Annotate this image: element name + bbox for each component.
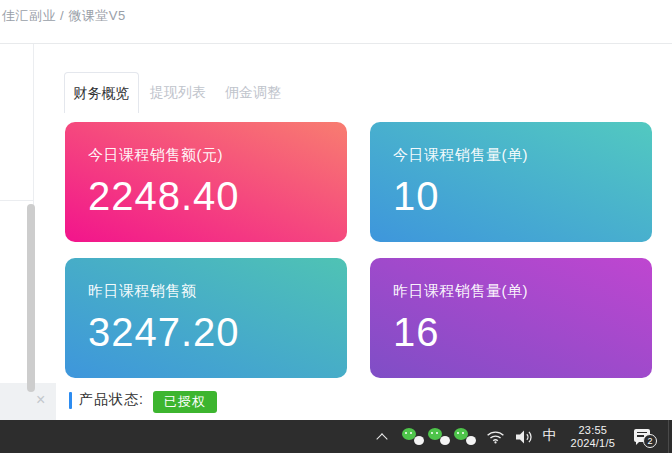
wechat-icon[interactable]: [454, 428, 477, 445]
tab-withdraw-list[interactable]: 提现列表: [150, 72, 206, 113]
status-badge: 已授权: [153, 391, 217, 413]
status-accent-bar: [69, 392, 72, 409]
chevron-up-icon[interactable]: [376, 433, 387, 444]
stat-card-value: 3247.20: [88, 310, 347, 355]
wechat-small-bubble-icon: [414, 436, 424, 445]
taskbar-date: 2024/1/5: [571, 437, 615, 450]
stat-card-label: 昨日课程销售额: [88, 282, 347, 301]
wechat-icon[interactable]: [428, 428, 451, 445]
wechat-small-bubble-icon: [466, 436, 476, 445]
header-divider: [0, 43, 672, 44]
stat-card-value: 2248.40: [88, 174, 347, 219]
stat-card-label: 今日课程销售额(元): [88, 146, 347, 165]
stat-card-label: 昨日课程销售量(单): [393, 282, 652, 301]
notification-bubble-tail: [636, 441, 640, 445]
show-desktop-separator[interactable]: [668, 420, 669, 453]
stat-card-yesterday-sales-count: 昨日课程销售量(单) 16: [370, 258, 652, 378]
stat-card-label: 今日课程销售量(单): [393, 146, 652, 165]
ime-indicator[interactable]: 中: [543, 427, 557, 445]
product-status-label: 产品状态:: [79, 391, 144, 409]
breadcrumb: 佳汇副业 / 微课堂V5: [2, 7, 126, 25]
stat-card-value: 16: [393, 310, 652, 355]
taskbar-clock[interactable]: 23:55 2024/1/5: [571, 424, 615, 450]
close-icon[interactable]: ×: [36, 391, 45, 409]
wechat-small-bubble-icon: [440, 436, 450, 445]
stat-card-today-sales-count: 今日课程销售量(单) 10: [370, 122, 652, 242]
tab-finance-overview[interactable]: 财务概览: [64, 72, 139, 113]
wifi-icon[interactable]: [486, 429, 505, 444]
notification-center-icon[interactable]: 2: [634, 429, 654, 445]
stat-card-value: 10: [393, 174, 652, 219]
scrollbar-thumb[interactable]: [27, 204, 35, 392]
dashboard-screen: 佳汇副业 / 微课堂V5 × 财务概览 提现列表 佣金调整 今日课程销售额(元)…: [0, 0, 672, 453]
stat-card-yesterday-sales-amount: 昨日课程销售额 3247.20: [65, 258, 347, 378]
tab-commission-adjust[interactable]: 佣金调整: [225, 72, 281, 113]
wechat-icon[interactable]: [402, 428, 425, 445]
notification-badge: 2: [643, 434, 657, 448]
volume-icon[interactable]: [514, 429, 534, 445]
stat-card-today-sales-amount: 今日课程销售额(元) 2248.40: [65, 122, 347, 242]
left-panel-hdivider: [0, 200, 33, 201]
taskbar: 中 23:55 2024/1/5 2: [0, 420, 672, 453]
taskbar-time: 23:55: [571, 424, 615, 437]
